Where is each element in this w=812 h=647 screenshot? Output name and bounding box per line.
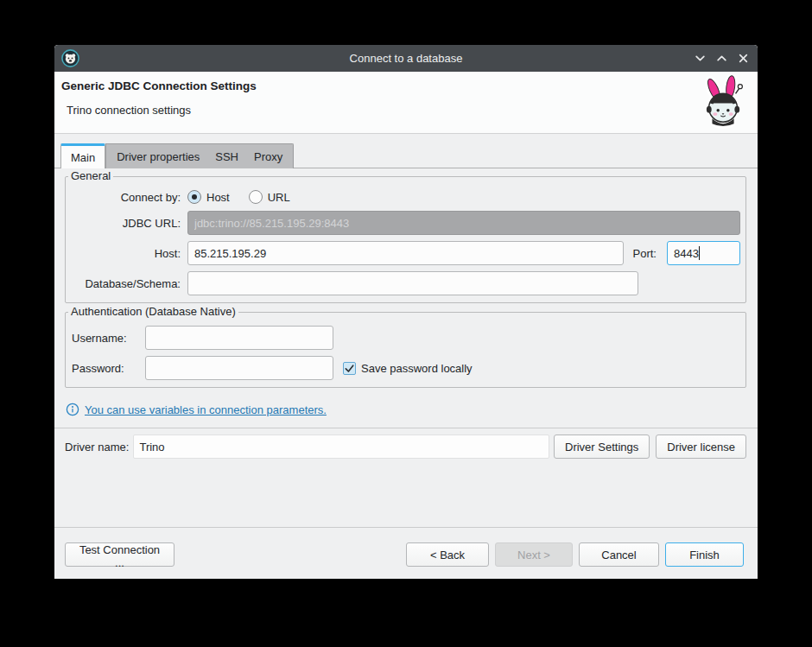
- jdbc-url-field: [187, 211, 740, 235]
- jdbc-url-label: JDBC URL:: [71, 217, 181, 230]
- connect-by-host-radio[interactable]: Host: [187, 190, 230, 204]
- username-input[interactable]: [145, 326, 333, 350]
- host-input[interactable]: [187, 241, 624, 265]
- minimize-button[interactable]: [694, 53, 706, 65]
- dialog-header: Generic JDBC Connection Settings Trino c…: [54, 72, 758, 134]
- connect-dialog-window: Connect to a database Generic JDBC Conne…: [54, 45, 758, 579]
- variables-link[interactable]: You can use variables in connection para…: [85, 403, 327, 416]
- close-button[interactable]: [737, 53, 749, 65]
- driver-settings-button[interactable]: Driver Settings: [554, 435, 650, 459]
- tab-bar: Main Driver properties SSH Proxy: [54, 134, 758, 168]
- text-cursor: [699, 246, 700, 260]
- driver-license-button[interactable]: Driver license: [656, 435, 746, 459]
- username-label: Username:: [72, 332, 135, 345]
- dbeaver-app-icon: [61, 49, 79, 67]
- database-schema-input[interactable]: [187, 271, 638, 295]
- back-button[interactable]: < Back: [406, 542, 489, 567]
- variables-hint-row: You can use variables in connection para…: [65, 396, 746, 422]
- next-button: Next >: [495, 542, 573, 567]
- save-password-label: Save password locally: [361, 362, 473, 375]
- page-title: Generic JDBC Connection Settings: [61, 79, 257, 92]
- tab-main[interactable]: Main: [60, 143, 105, 168]
- radio-url-control: [249, 190, 263, 204]
- checkbox-checked-icon: [343, 362, 356, 375]
- window-title: Connect to a database: [54, 52, 758, 65]
- maximize-button[interactable]: [715, 53, 727, 65]
- host-label: Host:: [71, 247, 181, 260]
- driver-separator: [54, 428, 758, 428]
- database-schema-label: Database/Schema:: [71, 277, 181, 290]
- page-subtitle: Trino connection settings: [67, 104, 191, 117]
- general-group: General Connect by: Host URL JDBC URL:: [65, 176, 746, 303]
- desktop-background: Connect to a database Generic JDBC Conne…: [0, 0, 812, 647]
- finish-button[interactable]: Finish: [665, 542, 744, 567]
- tab-proxy[interactable]: Proxy: [246, 150, 290, 163]
- driver-row: Driver name: Trino Driver Settings Drive…: [65, 434, 746, 460]
- driver-name-label: Driver name:: [65, 441, 129, 454]
- authentication-group-legend: Authentication (Database Native): [68, 305, 238, 318]
- authentication-group: Authentication (Database Native) Usernam…: [65, 312, 746, 388]
- title-bar[interactable]: Connect to a database: [54, 45, 758, 72]
- trino-bunny-logo-icon: [699, 75, 749, 130]
- radio-host-control: [187, 190, 201, 204]
- dialog-footer: Test Connection ... < Back Next > Cancel…: [54, 527, 758, 579]
- password-label: Password:: [72, 362, 135, 375]
- cancel-button[interactable]: Cancel: [579, 542, 659, 567]
- connect-by-url-radio[interactable]: URL: [249, 190, 290, 204]
- tab-driver-properties[interactable]: Driver properties: [109, 150, 207, 163]
- driver-name-value: Trino: [133, 435, 549, 459]
- password-input[interactable]: [145, 356, 333, 380]
- save-password-checkbox[interactable]: Save password locally: [343, 362, 473, 375]
- main-tab-content: General Connect by: Host URL JDBC URL:: [54, 168, 758, 460]
- port-label: Port:: [624, 247, 657, 260]
- tab-ssh[interactable]: SSH: [207, 150, 246, 163]
- general-group-legend: General: [68, 169, 113, 182]
- connect-by-label: Connect by:: [71, 191, 181, 204]
- port-input[interactable]: [667, 241, 740, 265]
- info-icon: [66, 403, 79, 416]
- test-connection-button[interactable]: Test Connection ...: [65, 542, 174, 567]
